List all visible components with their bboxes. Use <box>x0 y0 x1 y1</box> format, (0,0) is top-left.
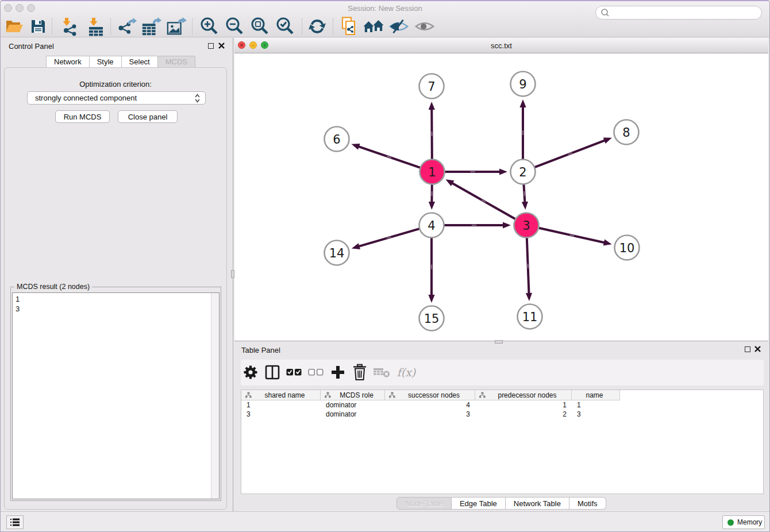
table-cell: dominator <box>321 410 385 419</box>
arrowhead-1-6 <box>352 144 360 150</box>
arrowhead-1-2 <box>499 168 507 175</box>
network-graph: 7968124314101511 <box>234 53 768 341</box>
table-tab-network-table[interactable]: Network Table <box>506 497 569 510</box>
graph-node-label-7: 7 <box>428 80 435 94</box>
zoom-in-icon[interactable] <box>199 16 220 37</box>
edge-label <box>528 264 529 268</box>
export-image-icon[interactable] <box>166 16 187 37</box>
table-tab-motifs[interactable]: Motifs <box>569 497 606 510</box>
network-window-title: scc.txt <box>234 41 768 50</box>
column-type-icon <box>479 392 486 398</box>
check-pair-icon[interactable] <box>284 363 304 382</box>
table-panel: Table Panel f(x) shared nameMCDS rolesuc… <box>234 341 768 511</box>
edge-label <box>432 191 433 196</box>
graph-node-label-15: 15 <box>424 312 440 326</box>
control-tab-select[interactable]: Select <box>122 56 158 68</box>
arrowhead-2-8 <box>603 137 612 143</box>
column-type-icon <box>389 392 395 398</box>
column-header-successor-nodes[interactable]: successor nodes <box>385 390 475 400</box>
gear-icon[interactable] <box>241 363 260 382</box>
memory-label: Memory <box>737 518 762 526</box>
table-row[interactable]: 3dominator323 <box>241 410 763 419</box>
table-tab-node-table[interactable]: Node Table <box>396 497 452 510</box>
plus-icon[interactable] <box>328 363 348 382</box>
arrowhead-2-9 <box>519 99 526 107</box>
arrowhead-4-3 <box>503 222 511 228</box>
graph-node-label-14: 14 <box>329 246 345 260</box>
import-network-icon[interactable] <box>59 16 79 37</box>
arrowhead-3-1 <box>445 179 454 186</box>
table-cell: 3 <box>241 410 321 419</box>
toolbar-separator <box>110 18 111 34</box>
search-input[interactable] <box>595 6 762 20</box>
run-mcds-button[interactable]: Run MCDS <box>55 110 110 123</box>
table-panel-float-icon[interactable] <box>745 346 750 352</box>
export-network-icon[interactable] <box>116 16 137 37</box>
zoom-selected-icon[interactable] <box>275 16 295 37</box>
network-window-titlebar: ✕ − + scc.txt <box>234 38 768 53</box>
table-header-row: shared nameMCDS rolesuccessor nodesprede… <box>241 390 763 400</box>
copy-network-icon[interactable] <box>338 16 359 37</box>
control-tab-network[interactable]: Network <box>46 56 90 68</box>
table-cell: dominator <box>321 400 385 410</box>
trash-icon[interactable] <box>350 363 369 382</box>
columns-icon[interactable] <box>263 363 282 382</box>
edge-label <box>522 130 523 135</box>
uncheck-pair-icon[interactable] <box>306 363 326 382</box>
eye-icon[interactable] <box>414 16 435 37</box>
toolbar-separator <box>52 18 52 34</box>
mcds-result-lines: 1 3 <box>16 294 20 314</box>
edge-label <box>431 265 432 269</box>
control-tab-style[interactable]: Style <box>90 56 122 68</box>
select-arrows-icon <box>195 94 200 103</box>
task-history-button[interactable] <box>6 515 24 529</box>
table-row[interactable]: 1dominator411 <box>241 400 763 410</box>
table-tab-edge-table[interactable]: Edge Table <box>452 497 506 510</box>
control-tab-mcds[interactable]: MCDS <box>158 56 195 68</box>
toolbar-separator <box>302 18 302 34</box>
arrowhead-4-14 <box>352 243 360 249</box>
column-type-icon <box>245 392 252 398</box>
control-panel-title: Control Panel <box>9 42 54 51</box>
window-chrome: Session: New Session <box>1 1 769 37</box>
control-panel-float-icon[interactable] <box>208 43 214 49</box>
arrowhead-3-11 <box>526 293 532 301</box>
column-header-name[interactable]: name <box>572 390 620 400</box>
table-cell: 1 <box>241 400 321 410</box>
refresh-icon[interactable] <box>307 16 328 37</box>
optimization-criterion-select[interactable]: strongly connected component <box>27 91 206 105</box>
search-icon <box>599 7 612 20</box>
table-cell: 3 <box>385 410 475 419</box>
table-cell: 1 <box>572 400 620 410</box>
node-table: shared nameMCDS rolesuccessor nodesprede… <box>241 390 764 494</box>
graph-node-label-9: 9 <box>519 78 526 91</box>
zoom-fit-icon[interactable] <box>249 16 270 37</box>
control-panel-close-icon[interactable] <box>218 42 225 49</box>
zoom-out-icon[interactable] <box>224 16 245 37</box>
fx-icon: f(x) <box>394 363 419 382</box>
mcds-result-title: MCDS result (2 nodes) <box>14 283 92 291</box>
table-toolbar: f(x) <box>241 360 764 385</box>
network-canvas[interactable]: 7968124314101511 <box>234 53 768 341</box>
home-icon[interactable] <box>363 16 384 37</box>
close-panel-button[interactable]: Close panel <box>118 110 178 123</box>
table-panel-close-icon[interactable] <box>754 345 761 353</box>
column-header-predecessor-nodes[interactable]: predecessor nodes <box>475 390 572 400</box>
memory-button[interactable]: Memory <box>722 515 765 529</box>
column-header-MCDS-role[interactable]: MCDS role <box>321 390 385 400</box>
graph-node-label-3: 3 <box>522 219 530 233</box>
import-table-icon[interactable] <box>86 16 106 37</box>
mcds-result-scrollbar[interactable] <box>211 293 219 499</box>
edge-label <box>471 171 475 172</box>
table-panel-title: Table Panel <box>241 346 280 354</box>
grid-delete-icon <box>372 363 391 382</box>
edge-label <box>432 132 433 136</box>
arrowhead-1-7 <box>429 102 435 110</box>
open-folder-icon[interactable] <box>4 16 25 37</box>
column-header-shared-name[interactable]: shared name <box>241 390 321 400</box>
export-table-icon[interactable] <box>141 16 161 37</box>
mcds-result-textarea[interactable]: 1 3 <box>12 292 220 499</box>
save-icon[interactable] <box>28 16 48 37</box>
eye-slash-icon[interactable] <box>388 16 409 37</box>
table-cell: 3 <box>572 410 620 419</box>
